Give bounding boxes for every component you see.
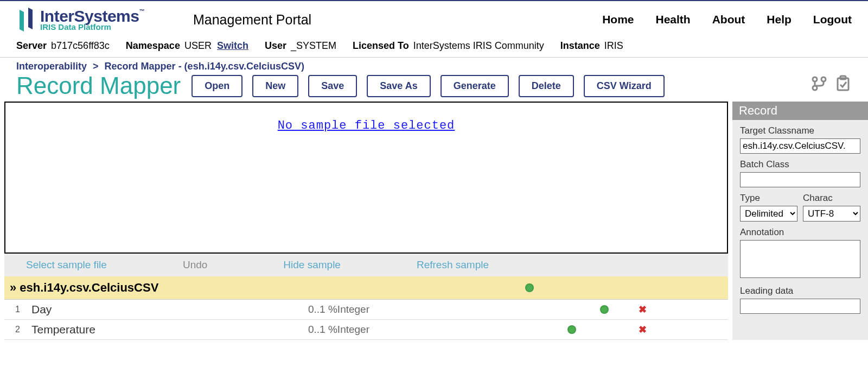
page-title: Record Mapper <box>16 72 181 99</box>
add-icon[interactable] <box>600 305 609 314</box>
breadcrumb-interoperability[interactable]: Interoperability <box>16 61 87 72</box>
user-label: User <box>265 40 286 51</box>
charset-select[interactable]: UTF-8 <box>803 206 860 222</box>
intersystems-logo-icon <box>16 5 36 34</box>
record-name: » esh.i14y.csv.CelciusCSV <box>10 281 158 295</box>
svg-point-0 <box>813 77 817 81</box>
sample-toolbar: Select sample file Undo Hide sample Refr… <box>4 254 728 276</box>
delete-icon[interactable]: ✖ <box>639 324 647 336</box>
instance-value: IRIS <box>604 40 623 51</box>
breadcrumb: Interoperability > Record Mapper - (esh.… <box>0 58 868 72</box>
add-icon[interactable] <box>567 325 576 334</box>
open-button[interactable]: Open <box>192 75 242 97</box>
annotation-textarea[interactable] <box>740 240 860 278</box>
target-classname-label: Target Classname <box>740 125 860 136</box>
undo[interactable]: Undo <box>183 259 207 271</box>
batch-class-input[interactable] <box>740 172 860 187</box>
refresh-sample[interactable]: Refresh sample <box>417 259 489 271</box>
svg-point-1 <box>821 77 826 81</box>
breadcrumb-suffix: - (esh.i14y.csv.CelciusCSV) <box>178 61 304 72</box>
licensed-value: InterSystems IRIS Community <box>413 40 544 51</box>
type-select[interactable]: Delimited <box>740 206 797 222</box>
new-button[interactable]: New <box>252 75 298 97</box>
type-label: Type <box>740 193 797 204</box>
breadcrumb-sep: > <box>93 61 99 72</box>
field-type: 0..1 %Integer <box>308 304 600 315</box>
user-value: _SYSTEM <box>291 40 336 51</box>
switch-link[interactable]: Switch <box>217 40 248 51</box>
save-button[interactable]: Save <box>308 75 357 97</box>
nav-health[interactable]: Health <box>656 13 691 26</box>
record-panel: Record Target Classname Batch Class Type… <box>732 102 868 340</box>
charset-label: Charac <box>803 193 860 204</box>
clipboard-check-icon[interactable] <box>834 75 852 92</box>
info-bar: Serverb717c56ff83c NamespaceUSER Switch … <box>0 35 868 58</box>
csv-wizard-button[interactable]: CSV Wizard <box>584 75 665 97</box>
logo-sub: IRIS Data Platform <box>40 23 144 31</box>
hide-sample[interactable]: Hide sample <box>283 259 341 271</box>
portal-title: Management Portal <box>193 12 311 28</box>
branch-icon[interactable] <box>810 75 828 92</box>
logo-text: InterSystems™ IRIS Data Platform <box>40 9 144 31</box>
batch-class-label: Batch Class <box>740 159 860 170</box>
namespace-value: USER <box>184 40 212 51</box>
page-head: Record Mapper Open New Save Save As Gene… <box>0 72 868 102</box>
delete-button[interactable]: Delete <box>519 75 574 97</box>
nav-help[interactable]: Help <box>767 13 792 26</box>
field-row[interactable]: 2 Temperature 0..1 %Integer ✖ <box>4 320 728 340</box>
server-value: b717c56ff83c <box>51 40 110 51</box>
nav-about[interactable]: About <box>712 13 745 26</box>
namespace-label: Namespace <box>126 40 180 51</box>
field-name: Temperature <box>31 323 308 336</box>
header-bar: InterSystems™ IRIS Data Platform Managem… <box>0 0 868 35</box>
panel-header: Record <box>732 102 868 120</box>
no-sample-file-link[interactable]: No sample file selected <box>278 119 455 252</box>
instance-label: Instance <box>560 40 600 51</box>
workspace: No sample file selected Select sample fi… <box>0 102 868 340</box>
field-type: 0..1 %Integer <box>308 324 600 336</box>
field-row[interactable]: 1 Day 0..1 %Integer ✖ <box>4 300 728 320</box>
generate-button[interactable]: Generate <box>441 75 509 97</box>
field-index: 1 <box>15 305 31 314</box>
leading-data-label: Leading data <box>740 286 860 296</box>
main-column: No sample file selected Select sample fi… <box>4 102 728 340</box>
delete-icon[interactable]: ✖ <box>639 304 647 315</box>
field-index: 2 <box>15 325 31 334</box>
server-label: Server <box>16 40 47 51</box>
add-field-icon[interactable] <box>525 283 534 292</box>
target-classname-input[interactable] <box>740 138 860 154</box>
field-name: Day <box>31 303 308 316</box>
select-sample-file[interactable]: Select sample file <box>26 259 107 271</box>
sample-file-box: No sample file selected <box>4 102 728 254</box>
logo[interactable]: InterSystems™ IRIS Data Platform <box>16 5 144 34</box>
nav-logout[interactable]: Logout <box>813 13 852 26</box>
logo-tm: ™ <box>139 8 144 14</box>
breadcrumb-record-mapper[interactable]: Record Mapper <box>105 61 176 72</box>
leading-data-input[interactable] <box>740 299 860 314</box>
annotation-label: Annotation <box>740 227 860 238</box>
licensed-label: Licensed To <box>353 40 409 51</box>
top-nav: Home Health About Help Logout <box>602 13 852 26</box>
save-as-button[interactable]: Save As <box>367 75 430 97</box>
button-row: Open New Save Save As Generate Delete CS… <box>192 75 852 97</box>
nav-home[interactable]: Home <box>602 13 634 26</box>
record-map-header[interactable]: » esh.i14y.csv.CelciusCSV <box>4 276 728 300</box>
